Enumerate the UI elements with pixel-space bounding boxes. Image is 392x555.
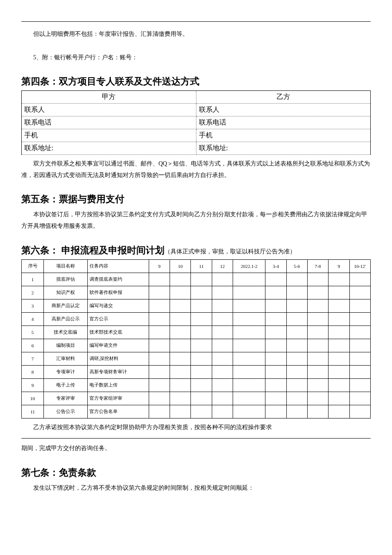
schedule-cell — [349, 352, 370, 365]
schedule-cell — [233, 286, 265, 299]
schedule-table: 序号 项目名称 任务内容 9 10 11 12 2022.1-2 3-4 5-6… — [21, 259, 371, 418]
schedule-cell: 7 — [22, 352, 44, 365]
schedule-cell — [149, 312, 170, 325]
schedule-row: 7汇审材料调研,深挖材料 — [22, 352, 371, 365]
schedule-cell — [212, 365, 233, 378]
schedule-row: 9电子上传电子数据上传 — [22, 378, 371, 392]
schedule-cell — [212, 392, 233, 405]
schedule-row: 2知识产权软件著作权申报 — [22, 286, 371, 299]
schedule-cell — [286, 339, 307, 352]
mid-rule — [21, 438, 371, 439]
party-b-header: 乙方 — [196, 91, 371, 104]
contact-cell: 手机 — [196, 129, 371, 142]
schedule-cell — [170, 392, 191, 405]
contact-row: 联系地址: 联系地址: — [22, 142, 371, 155]
col-m9b: 9 — [329, 259, 349, 273]
schedule-cell — [212, 273, 233, 286]
section6-subtitle: （具体正式申报，审批，取证以科技厅公告为准） — [164, 248, 296, 255]
schedule-cell — [265, 273, 286, 286]
schedule-cell — [191, 312, 212, 325]
schedule-cell — [307, 392, 328, 405]
schedule-cell — [307, 312, 328, 325]
schedule-cell — [233, 299, 265, 312]
schedule-cell — [265, 325, 286, 339]
schedule-cell — [349, 312, 370, 325]
schedule-cell — [149, 365, 170, 378]
col-m34: 3-4 — [265, 259, 286, 273]
schedule-cell: 摸底评估 — [44, 273, 88, 286]
contact-row: 手机 手机 — [22, 129, 371, 142]
schedule-cell — [286, 286, 307, 299]
schedule-cell: 1 — [22, 273, 44, 286]
schedule-cell — [307, 352, 328, 365]
section4-title: 第四条：双方项目专人联系及文件送达方式 — [21, 75, 371, 88]
col-m56: 5-6 — [286, 259, 307, 273]
schedule-header-row: 序号 项目名称 任务内容 9 10 11 12 2022.1-2 3-4 5-6… — [22, 259, 371, 273]
schedule-cell: 3 — [22, 299, 44, 312]
schedule-cell: 电子数据上传 — [87, 378, 149, 392]
schedule-cell — [212, 405, 233, 418]
contact-cell: 手机 — [22, 129, 196, 142]
schedule-cell — [170, 365, 191, 378]
schedule-cell: 汇审材料 — [44, 352, 88, 365]
schedule-cell — [191, 299, 212, 312]
schedule-cell — [149, 378, 170, 392]
contact-cell: 联系地址: — [22, 142, 196, 155]
schedule-cell — [286, 405, 307, 418]
schedule-cell — [329, 286, 349, 299]
schedule-cell — [170, 405, 191, 418]
schedule-cell — [149, 299, 170, 312]
schedule-cell — [307, 299, 328, 312]
schedule-cell — [349, 392, 370, 405]
col-task: 任务内容 — [87, 259, 149, 273]
section5-body: 本协议签订后，甲方按照本协议第三条约定支付方式及时间向乙方分别分期支付款项，每一… — [21, 209, 371, 232]
schedule-cell: 9 — [22, 378, 44, 392]
schedule-cell — [307, 378, 328, 392]
schedule-cell — [286, 352, 307, 365]
attachment-note: 5、附：银行帐号开户行：户名：账号： — [21, 52, 371, 64]
schedule-cell: 调查摸底表签约 — [87, 273, 149, 286]
schedule-cell — [170, 339, 191, 352]
col-m10: 10 — [170, 259, 191, 273]
schedule-cell — [191, 286, 212, 299]
col-m2201: 2022.1-2 — [233, 259, 265, 273]
contact-cell: 联系人 — [196, 104, 371, 116]
schedule-cell — [149, 286, 170, 299]
schedule-cell — [265, 312, 286, 325]
schedule-cell: 官方公告名单 — [87, 405, 149, 418]
schedule-cell — [329, 299, 349, 312]
schedule-cell: 10 — [22, 392, 44, 405]
section6-title: 第六条： 申报流程及申报时间计划（具体正式申报，审批，取证以科技厅公告为准） — [21, 244, 371, 257]
schedule-cell — [233, 312, 265, 325]
schedule-cell — [149, 273, 170, 286]
schedule-row: 10专家评审官方专家组评审 — [22, 392, 371, 405]
schedule-row: 1摸底评估调查摸底表签约 — [22, 273, 371, 286]
schedule-cell — [286, 378, 307, 392]
schedule-cell — [265, 378, 286, 392]
schedule-cell — [329, 273, 349, 286]
schedule-cell: 商新产品认定 — [44, 299, 88, 312]
schedule-cell: 电子上传 — [44, 378, 88, 392]
schedule-cell: 软件著作权申报 — [87, 286, 149, 299]
schedule-cell — [307, 339, 328, 352]
schedule-cell — [329, 378, 349, 392]
schedule-cell — [329, 365, 349, 378]
schedule-cell — [191, 339, 212, 352]
page-container: 但以上明细费用不包括：年度审计报告、汇算清缴费用等。 5、附：银行帐号开户行：户… — [21, 0, 371, 514]
schedule-cell — [349, 405, 370, 418]
contact-cell: 联系地址: — [196, 142, 371, 155]
col-m9: 9 — [149, 259, 170, 273]
schedule-cell — [349, 325, 370, 339]
schedule-cell — [265, 286, 286, 299]
schedule-cell: 高新产品公示 — [44, 312, 88, 325]
schedule-cell — [191, 352, 212, 365]
schedule-cell — [170, 325, 191, 339]
contact-row: 联系人 联系人 — [22, 104, 371, 116]
schedule-cell — [212, 312, 233, 325]
schedule-cell: 编写申请文件 — [87, 339, 149, 352]
col-m1012: 10-12' — [349, 259, 370, 273]
schedule-cell — [349, 365, 370, 378]
schedule-cell — [307, 405, 328, 418]
schedule-cell — [212, 339, 233, 352]
schedule-cell: 6 — [22, 339, 44, 352]
